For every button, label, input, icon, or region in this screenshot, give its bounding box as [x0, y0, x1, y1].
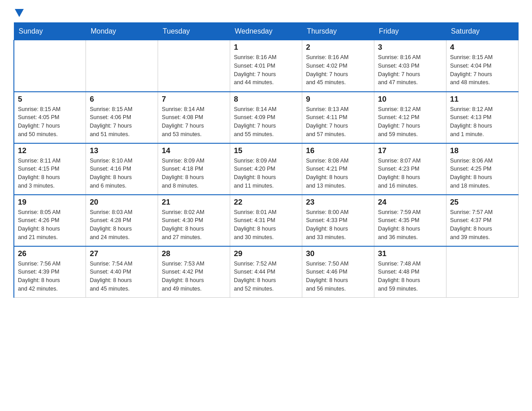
day-info: Sunrise: 7:54 AM Sunset: 4:40 PM Dayligh…	[90, 260, 154, 293]
day-number: 20	[90, 198, 154, 207]
calendar-cell: 31Sunrise: 7:48 AM Sunset: 4:48 PM Dayli…	[374, 246, 446, 298]
day-info: Sunrise: 8:00 AM Sunset: 4:33 PM Dayligh…	[306, 208, 370, 242]
calendar-cell: 30Sunrise: 7:50 AM Sunset: 4:46 PM Dayli…	[302, 246, 374, 298]
logo-triangle-icon	[15, 9, 24, 17]
day-number: 19	[18, 198, 82, 207]
day-info: Sunrise: 8:09 AM Sunset: 4:18 PM Dayligh…	[162, 157, 226, 190]
calendar-cell: 12Sunrise: 8:11 AM Sunset: 4:15 PM Dayli…	[14, 143, 86, 195]
column-header-sunday: Sunday	[14, 23, 86, 40]
calendar-cell: 22Sunrise: 8:01 AM Sunset: 4:31 PM Dayli…	[230, 195, 302, 246]
calendar-cell: 25Sunrise: 7:57 AM Sunset: 4:37 PM Dayli…	[446, 195, 519, 246]
day-info: Sunrise: 8:16 AM Sunset: 4:03 PM Dayligh…	[378, 53, 442, 87]
day-info: Sunrise: 8:14 AM Sunset: 4:09 PM Dayligh…	[234, 105, 298, 139]
calendar-cell: 8Sunrise: 8:14 AM Sunset: 4:09 PM Daylig…	[230, 92, 302, 143]
day-number: 18	[450, 146, 515, 155]
calendar-cell: 2Sunrise: 8:16 AM Sunset: 4:02 PM Daylig…	[302, 40, 374, 92]
calendar-cell: 27Sunrise: 7:54 AM Sunset: 4:40 PM Dayli…	[86, 246, 158, 298]
calendar-cell: 21Sunrise: 8:02 AM Sunset: 4:30 PM Dayli…	[158, 195, 230, 246]
calendar-cell: 16Sunrise: 8:08 AM Sunset: 4:21 PM Dayli…	[302, 143, 374, 195]
day-number: 26	[18, 249, 82, 258]
calendar-week-row: 26Sunrise: 7:56 AM Sunset: 4:39 PM Dayli…	[14, 246, 519, 298]
calendar-cell	[86, 40, 158, 92]
column-header-thursday: Thursday	[302, 23, 374, 40]
day-info: Sunrise: 8:12 AM Sunset: 4:12 PM Dayligh…	[378, 105, 442, 139]
day-info: Sunrise: 8:15 AM Sunset: 4:04 PM Dayligh…	[450, 53, 515, 87]
day-info: Sunrise: 8:11 AM Sunset: 4:15 PM Dayligh…	[18, 157, 82, 190]
calendar-week-row: 19Sunrise: 8:05 AM Sunset: 4:26 PM Dayli…	[14, 195, 519, 246]
calendar-cell: 1Sunrise: 8:16 AM Sunset: 4:01 PM Daylig…	[230, 40, 302, 92]
day-number: 10	[378, 95, 442, 104]
day-info: Sunrise: 8:12 AM Sunset: 4:13 PM Dayligh…	[450, 105, 515, 139]
day-number: 30	[306, 249, 370, 258]
calendar-cell: 19Sunrise: 8:05 AM Sunset: 4:26 PM Dayli…	[14, 195, 86, 246]
day-info: Sunrise: 8:13 AM Sunset: 4:11 PM Dayligh…	[306, 105, 370, 139]
column-header-tuesday: Tuesday	[158, 23, 230, 40]
day-number: 14	[162, 146, 226, 155]
column-header-wednesday: Wednesday	[230, 23, 302, 40]
day-number: 9	[306, 95, 370, 104]
day-number: 25	[450, 198, 515, 207]
day-number: 1	[234, 43, 298, 52]
calendar-cell: 18Sunrise: 8:06 AM Sunset: 4:25 PM Dayli…	[446, 143, 519, 195]
page-header	[13, 9, 519, 18]
calendar-cell: 6Sunrise: 8:15 AM Sunset: 4:06 PM Daylig…	[86, 92, 158, 143]
calendar-week-row: 12Sunrise: 8:11 AM Sunset: 4:15 PM Dayli…	[14, 143, 519, 195]
day-number: 22	[234, 198, 298, 207]
day-info: Sunrise: 8:16 AM Sunset: 4:02 PM Dayligh…	[306, 53, 370, 87]
calendar-header-row: SundayMondayTuesdayWednesdayThursdayFrid…	[14, 23, 519, 40]
day-number: 2	[306, 43, 370, 52]
day-info: Sunrise: 7:50 AM Sunset: 4:46 PM Dayligh…	[306, 260, 370, 293]
day-number: 17	[378, 146, 442, 155]
logo	[13, 9, 24, 18]
calendar-cell: 15Sunrise: 8:09 AM Sunset: 4:20 PM Dayli…	[230, 143, 302, 195]
calendar-cell: 26Sunrise: 7:56 AM Sunset: 4:39 PM Dayli…	[14, 246, 86, 298]
calendar-cell: 17Sunrise: 8:07 AM Sunset: 4:23 PM Dayli…	[374, 143, 446, 195]
column-header-monday: Monday	[86, 23, 158, 40]
calendar-cell	[446, 246, 519, 298]
calendar-week-row: 5Sunrise: 8:15 AM Sunset: 4:05 PM Daylig…	[14, 92, 519, 143]
day-number: 16	[306, 146, 370, 155]
calendar-cell: 20Sunrise: 8:03 AM Sunset: 4:28 PM Dayli…	[86, 195, 158, 246]
calendar-cell: 13Sunrise: 8:10 AM Sunset: 4:16 PM Dayli…	[86, 143, 158, 195]
column-header-saturday: Saturday	[446, 23, 519, 40]
day-number: 24	[378, 198, 442, 207]
calendar-cell: 10Sunrise: 8:12 AM Sunset: 4:12 PM Dayli…	[374, 92, 446, 143]
day-info: Sunrise: 8:02 AM Sunset: 4:30 PM Dayligh…	[162, 208, 226, 242]
calendar-week-row: 1Sunrise: 8:16 AM Sunset: 4:01 PM Daylig…	[14, 40, 519, 92]
calendar-cell: 3Sunrise: 8:16 AM Sunset: 4:03 PM Daylig…	[374, 40, 446, 92]
day-number: 5	[18, 95, 82, 104]
day-info: Sunrise: 8:15 AM Sunset: 4:05 PM Dayligh…	[18, 105, 82, 139]
calendar-table: SundayMondayTuesdayWednesdayThursdayFrid…	[13, 22, 519, 298]
calendar-cell: 14Sunrise: 8:09 AM Sunset: 4:18 PM Dayli…	[158, 143, 230, 195]
calendar-cell: 11Sunrise: 8:12 AM Sunset: 4:13 PM Dayli…	[446, 92, 519, 143]
day-info: Sunrise: 8:07 AM Sunset: 4:23 PM Dayligh…	[378, 157, 442, 190]
day-info: Sunrise: 7:57 AM Sunset: 4:37 PM Dayligh…	[450, 208, 515, 242]
day-info: Sunrise: 8:03 AM Sunset: 4:28 PM Dayligh…	[90, 208, 154, 242]
day-info: Sunrise: 8:14 AM Sunset: 4:08 PM Dayligh…	[162, 105, 226, 139]
day-number: 28	[162, 249, 226, 258]
day-number: 6	[90, 95, 154, 104]
calendar-cell: 28Sunrise: 7:53 AM Sunset: 4:42 PM Dayli…	[158, 246, 230, 298]
day-number: 27	[90, 249, 154, 258]
day-info: Sunrise: 8:16 AM Sunset: 4:01 PM Dayligh…	[234, 53, 298, 87]
day-number: 7	[162, 95, 226, 104]
day-number: 29	[234, 249, 298, 258]
day-number: 11	[450, 95, 515, 104]
day-info: Sunrise: 8:09 AM Sunset: 4:20 PM Dayligh…	[234, 157, 298, 190]
calendar-cell: 29Sunrise: 7:52 AM Sunset: 4:44 PM Dayli…	[230, 246, 302, 298]
day-info: Sunrise: 8:05 AM Sunset: 4:26 PM Dayligh…	[18, 208, 82, 242]
calendar-cell: 7Sunrise: 8:14 AM Sunset: 4:08 PM Daylig…	[158, 92, 230, 143]
day-info: Sunrise: 8:01 AM Sunset: 4:31 PM Dayligh…	[234, 208, 298, 242]
day-info: Sunrise: 8:15 AM Sunset: 4:06 PM Dayligh…	[90, 105, 154, 139]
day-info: Sunrise: 8:06 AM Sunset: 4:25 PM Dayligh…	[450, 157, 515, 190]
day-number: 15	[234, 146, 298, 155]
day-info: Sunrise: 7:59 AM Sunset: 4:35 PM Dayligh…	[378, 208, 442, 242]
calendar-cell: 24Sunrise: 7:59 AM Sunset: 4:35 PM Dayli…	[374, 195, 446, 246]
day-number: 13	[90, 146, 154, 155]
day-number: 8	[234, 95, 298, 104]
day-number: 4	[450, 43, 515, 52]
calendar-cell: 4Sunrise: 8:15 AM Sunset: 4:04 PM Daylig…	[446, 40, 519, 92]
calendar-cell: 5Sunrise: 8:15 AM Sunset: 4:05 PM Daylig…	[14, 92, 86, 143]
day-number: 3	[378, 43, 442, 52]
column-header-friday: Friday	[374, 23, 446, 40]
